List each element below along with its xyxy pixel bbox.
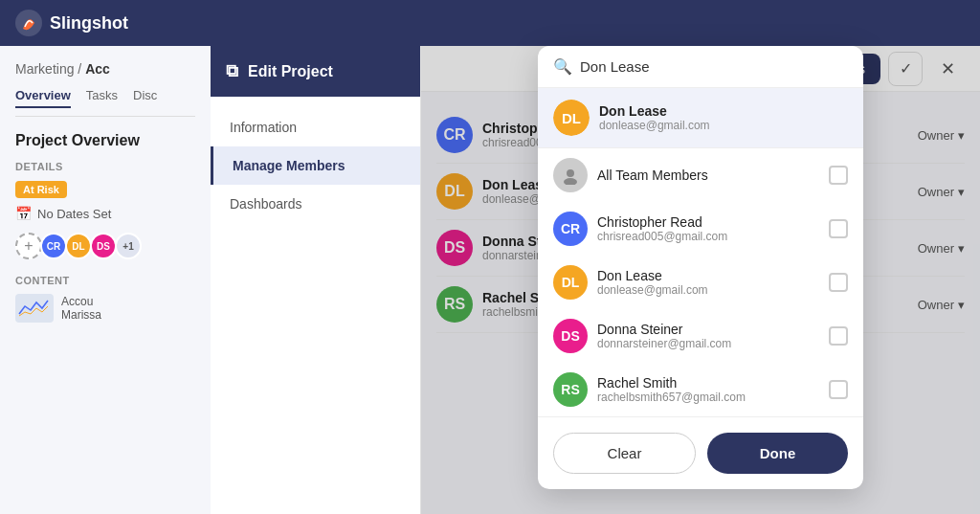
avatar xyxy=(553,158,588,192)
content-item: Accou Marissa xyxy=(15,294,195,323)
search-bar: 🔍 xyxy=(538,46,863,88)
project-overview-title: Project Overview xyxy=(15,132,195,149)
member-email: chrisread005@gmail.com xyxy=(597,230,819,243)
breadcrumb: Marketing / Acc xyxy=(15,61,195,77)
avatar: CR xyxy=(40,233,67,259)
member-checkbox[interactable] xyxy=(829,273,848,292)
search-input[interactable] xyxy=(580,58,848,75)
svg-point-1 xyxy=(567,169,574,177)
clear-button[interactable]: Clear xyxy=(553,433,696,474)
no-dates: 📅 No Dates Set xyxy=(15,206,195,221)
status-badge: At Risk xyxy=(15,181,67,198)
edit-nav: Information Manage Members Dashboards xyxy=(211,97,420,235)
done-button[interactable]: Done xyxy=(707,433,848,474)
slingshot-logo-icon xyxy=(15,10,42,36)
content-thumbnail xyxy=(15,294,54,323)
member-name: Donna Steiner xyxy=(597,322,819,337)
svg-point-2 xyxy=(564,178,577,185)
nav-item-manage-members[interactable]: Manage Members xyxy=(211,146,420,185)
list-item[interactable]: DL Don Lease donlease@gmail.com xyxy=(538,256,863,309)
member-checkbox[interactable] xyxy=(829,326,848,346)
dropdown-member-list: All Team Members CR Christopher Read chr… xyxy=(538,148,863,416)
avatar: CR xyxy=(553,212,588,246)
content-title: Accou xyxy=(61,295,101,308)
selected-result: DL Don Lease donlease@gmail.com xyxy=(538,88,863,148)
tab-overview[interactable]: Overview xyxy=(15,88,71,108)
member-name: All Team Members xyxy=(597,168,819,183)
member-name: Christopher Read xyxy=(597,214,819,230)
member-email: donnarsteiner@gmail.com xyxy=(597,337,819,350)
project-tabs: Overview Tasks Disc xyxy=(15,88,195,117)
main-content: Marketing / Acc Overview Tasks Disc Proj… xyxy=(0,46,980,514)
app-name: Slingshot xyxy=(50,13,128,34)
list-item[interactable]: CR Christopher Read chrisread005@gmail.c… xyxy=(538,202,863,256)
member-count: +1 xyxy=(115,233,142,259)
right-panel: ⋮ + Members ✓ ✕ CR Christopher Read chri… xyxy=(421,46,980,514)
avatar: DS xyxy=(90,233,117,259)
member-name: Don Lease xyxy=(597,268,819,283)
member-checkbox[interactable] xyxy=(829,219,848,238)
selected-email: donlease@gmail.com xyxy=(599,119,710,132)
members-row: + CR DL DS +1 xyxy=(15,233,195,259)
member-email: rachelbsmith657@gmail.com xyxy=(597,391,819,404)
dropdown-footer: Clear Done xyxy=(538,416,863,489)
calendar-icon: 📅 xyxy=(15,206,32,221)
search-dropdown: 🔍 DL Don Lease donlease@gmail.com xyxy=(538,46,863,489)
edit-project-title: Edit Project xyxy=(248,63,333,80)
list-item[interactable]: All Team Members xyxy=(538,148,863,202)
member-name: Rachel Smith xyxy=(597,375,819,391)
avatar: DL xyxy=(553,100,590,136)
search-icon: 🔍 xyxy=(553,57,572,76)
edit-project-header: ⧉ Edit Project xyxy=(211,46,420,97)
avatar: DL xyxy=(553,265,588,300)
member-checkbox[interactable] xyxy=(829,380,848,399)
nav-item-information[interactable]: Information xyxy=(211,108,420,146)
member-checkbox[interactable] xyxy=(829,166,848,185)
tab-tasks[interactable]: Tasks xyxy=(86,88,118,108)
details-label: DETAILS xyxy=(15,161,195,172)
list-item[interactable]: RS Rachel Smith rachelbsmith657@gmail.co… xyxy=(538,363,863,416)
content-label: CONTENT xyxy=(15,275,195,286)
member-email: donlease@gmail.com xyxy=(597,283,819,297)
avatar: RS xyxy=(553,372,588,407)
layers-icon: ⧉ xyxy=(226,61,238,81)
project-view: Marketing / Acc Overview Tasks Disc Proj… xyxy=(0,46,211,514)
nav-item-dashboards[interactable]: Dashboards xyxy=(211,185,420,223)
list-item[interactable]: DS Donna Steiner donnarsteiner@gmail.com xyxy=(538,309,863,363)
add-member-button[interactable]: + xyxy=(15,233,42,259)
content-sub: Marissa xyxy=(61,308,101,322)
logo-area: Slingshot xyxy=(15,10,128,36)
avatar: DS xyxy=(553,319,588,353)
tab-disc[interactable]: Disc xyxy=(133,88,157,108)
selected-name: Don Lease xyxy=(599,103,710,119)
top-bar: Slingshot xyxy=(0,0,980,46)
search-dropdown-overlay: 🔍 DL Don Lease donlease@gmail.com xyxy=(421,46,980,514)
edit-project-panel: ⧉ Edit Project Information Manage Member… xyxy=(211,46,421,514)
avatar: DL xyxy=(65,233,92,259)
